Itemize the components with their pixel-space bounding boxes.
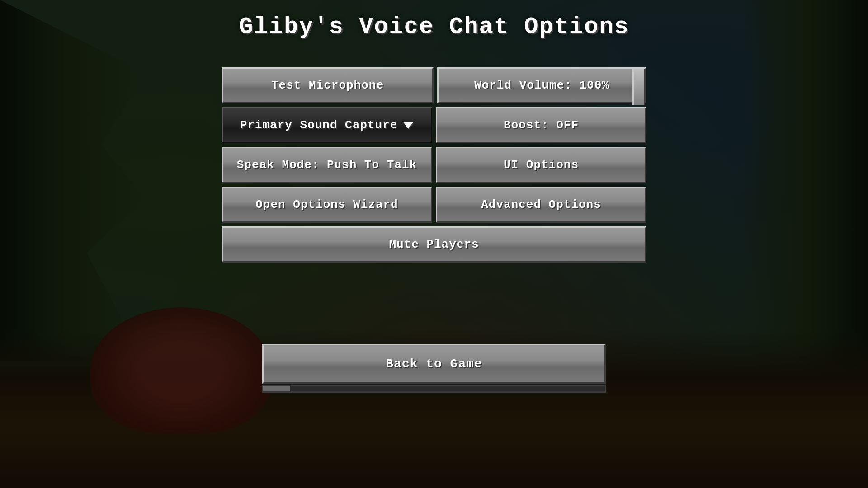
mute-players-button[interactable]: Mute Players <box>222 226 646 263</box>
primary-sound-capture-label: Primary Sound Capture <box>240 118 398 132</box>
scrollbar-track <box>263 386 605 391</box>
scrollbar-area <box>262 384 606 393</box>
world-volume-container: World Volume: 100% <box>437 67 646 103</box>
primary-sound-capture-button[interactable]: Primary Sound Capture <box>222 107 432 143</box>
advanced-options-button[interactable]: Advanced Options <box>436 187 646 223</box>
button-row-2: Primary Sound Capture Boost: OFF <box>222 107 646 143</box>
main-content: Gliby's Voice Chat Options Test Micropho… <box>0 0 868 488</box>
test-microphone-button[interactable]: Test Microphone <box>222 67 434 103</box>
scrollbar-thumb[interactable] <box>263 386 290 391</box>
page-title: Gliby's Voice Chat Options <box>239 14 629 40</box>
world-volume-button[interactable]: World Volume: 100% <box>437 67 646 103</box>
options-panel: Test Microphone World Volume: 100% Prima… <box>222 67 646 263</box>
world-volume-label: World Volume: 100% <box>474 79 609 92</box>
boost-button[interactable]: Boost: OFF <box>436 107 646 143</box>
volume-slider-handle[interactable] <box>632 69 645 105</box>
button-row-1: Test Microphone World Volume: 100% <box>222 67 646 103</box>
button-row-4: Open Options Wizard Advanced Options <box>222 187 646 223</box>
dropdown-arrow-icon <box>403 122 414 129</box>
ui-options-button[interactable]: UI Options <box>436 147 646 183</box>
button-row-3: Speak Mode: Push To Talk UI Options <box>222 147 646 183</box>
button-row-5: Mute Players <box>222 226 646 263</box>
back-to-game-button[interactable]: Back to Game <box>262 344 606 384</box>
back-button-container: Back to Game <box>262 344 606 393</box>
open-options-wizard-button[interactable]: Open Options Wizard <box>222 187 432 223</box>
speak-mode-button[interactable]: Speak Mode: Push To Talk <box>222 147 432 183</box>
